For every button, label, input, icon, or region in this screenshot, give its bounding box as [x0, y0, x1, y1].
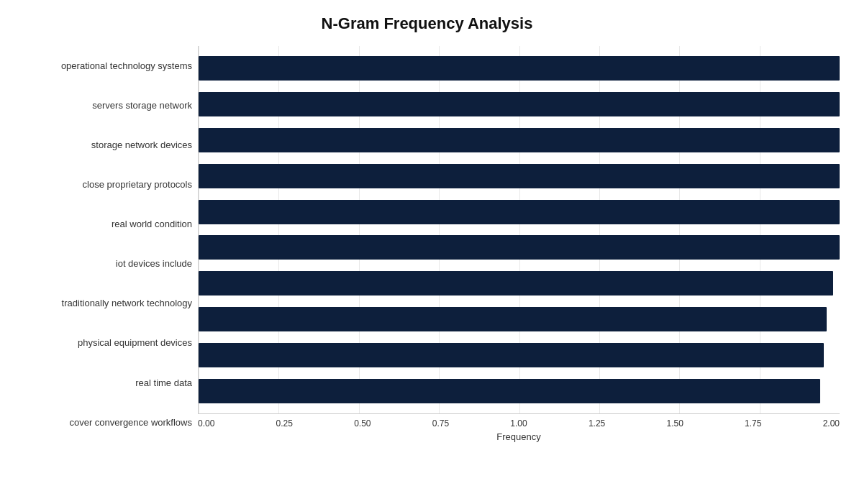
bar-row — [199, 234, 840, 261]
bar-row — [199, 377, 840, 405]
y-axis-label: cover convergence workflows — [69, 417, 192, 429]
y-axis-label: real world condition — [112, 219, 192, 230]
bar — [199, 379, 820, 403]
bar-row — [199, 270, 840, 297]
x-axis-label: 1.50 — [666, 418, 683, 429]
bar — [199, 307, 827, 331]
x-axis-label: 1.25 — [589, 418, 605, 429]
y-axis-label: operational technology systems — [61, 60, 192, 72]
bar — [199, 271, 833, 295]
bar-row — [199, 55, 840, 82]
x-axis-label: 1.75 — [745, 418, 761, 429]
bars-wrapper — [199, 46, 840, 413]
bar-row — [199, 198, 840, 226]
bar-row — [199, 342, 840, 369]
y-axis-label: physical equipment devices — [78, 337, 192, 349]
bar — [199, 128, 840, 152]
chart-area: operational technology systemsservers st… — [14, 46, 840, 442]
y-axis-label: servers storage network — [92, 100, 192, 111]
y-axis-label: iot devices include — [116, 258, 192, 270]
bar-row — [199, 162, 840, 190]
x-axis-label: 0.00 — [198, 418, 214, 429]
chart-container: N-Gram Frequency Analysis operational te… — [0, 0, 854, 504]
y-axis-labels: operational technology systemsservers st… — [14, 46, 198, 442]
bar-row — [199, 127, 840, 154]
x-axis-label: 1.00 — [510, 418, 527, 429]
bar — [199, 235, 840, 260]
bar-row — [199, 306, 840, 333]
x-axis-label: 0.75 — [432, 418, 449, 429]
y-axis-label: real time data — [135, 377, 192, 389]
x-axis-label: 2.00 — [823, 418, 840, 429]
x-axis-title: Frequency — [198, 431, 840, 442]
bars-and-x: 0.000.250.500.751.001.251.501.752.00 Fre… — [198, 46, 840, 442]
bar-row — [199, 91, 840, 118]
y-axis-label: storage network devices — [91, 139, 192, 151]
bar — [199, 343, 824, 367]
x-axis-label: 0.25 — [276, 418, 293, 429]
bar — [199, 200, 840, 224]
x-axis-label: 0.50 — [354, 418, 371, 429]
bar — [199, 164, 840, 188]
y-axis-label: traditionally network technology — [62, 298, 192, 309]
y-axis-label: close proprietary protocols — [83, 179, 192, 191]
bar — [199, 92, 840, 116]
x-axis-labels: 0.000.250.500.751.001.251.501.752.00 — [198, 414, 840, 429]
chart-title: N-Gram Frequency Analysis — [14, 14, 840, 33]
bars-section — [198, 46, 840, 414]
bar — [199, 56, 840, 81]
